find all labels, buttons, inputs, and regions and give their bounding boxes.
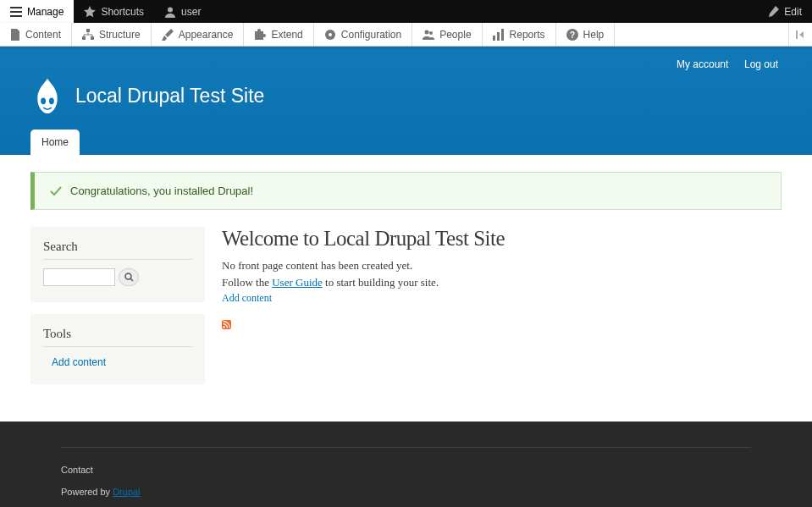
svg-rect-5 <box>82 36 86 40</box>
user-icon <box>164 6 176 18</box>
star-icon <box>84 6 96 18</box>
svg-rect-2 <box>10 15 22 17</box>
page-icon <box>10 29 20 41</box>
people-icon <box>423 29 434 41</box>
shortcuts-label: Shortcuts <box>101 6 144 18</box>
shortcuts-toggle[interactable]: Shortcuts <box>74 0 154 23</box>
collapse-icon <box>796 30 806 39</box>
svg-rect-6 <box>91 36 94 40</box>
help-icon: ? <box>566 29 578 41</box>
svg-point-24 <box>223 326 224 328</box>
search-title: Search <box>43 240 192 260</box>
svg-point-22 <box>125 273 131 279</box>
follow-prefix: Follow the <box>222 276 272 289</box>
svg-point-13 <box>429 31 433 35</box>
svg-rect-19 <box>796 30 798 39</box>
admin-appearance[interactable]: Appearance <box>152 23 245 46</box>
search-block: Search <box>30 227 205 302</box>
powered-by-text: Powered by <box>61 487 113 497</box>
edit-toggle[interactable]: Edit <box>758 0 812 23</box>
hamburger-icon <box>10 7 22 17</box>
drupal-link[interactable]: Drupal <box>113 487 140 497</box>
log-out-link[interactable]: Log out <box>744 58 778 70</box>
status-message: Congratulations, you installed Drupal! <box>30 172 782 210</box>
svg-rect-7 <box>255 31 263 40</box>
follow-suffix: to start building your site. <box>323 276 439 289</box>
svg-rect-1 <box>10 11 22 13</box>
svg-line-23 <box>130 278 133 281</box>
user-toggle[interactable]: user <box>154 0 211 23</box>
add-content-link[interactable]: Add content <box>222 292 272 305</box>
edit-label: Edit <box>784 6 802 18</box>
paintbrush-icon <box>162 29 174 41</box>
search-button[interactable] <box>119 268 139 286</box>
tab-home[interactable]: Home <box>30 130 80 155</box>
search-input[interactable] <box>43 268 115 286</box>
drupal-logo-icon <box>30 77 64 115</box>
svg-rect-14 <box>493 36 495 41</box>
admin-people[interactable]: People <box>412 23 482 46</box>
toolbar-top: Manage Shortcuts user Edit <box>0 0 812 23</box>
structure-icon <box>82 29 94 41</box>
user-label: user <box>181 6 201 18</box>
svg-rect-15 <box>497 32 500 41</box>
site-name: Local Drupal Test Site <box>75 85 264 107</box>
tools-title: Tools <box>43 327 192 347</box>
checkmark-icon <box>50 185 62 197</box>
admin-content[interactable]: Content <box>0 23 72 46</box>
site-header: My account Log out Local Drupal Test Sit… <box>0 47 812 155</box>
no-content-text: No front page content has been created y… <box>222 257 782 274</box>
svg-point-9 <box>262 34 266 37</box>
svg-point-11 <box>329 33 332 36</box>
orientation-toggle[interactable] <box>788 23 812 46</box>
contact-link[interactable]: Contact <box>61 465 93 475</box>
svg-rect-16 <box>501 29 504 41</box>
status-text: Congratulations, you installed Drupal! <box>70 185 253 197</box>
user-guide-link[interactable]: User Guide <box>272 276 323 289</box>
tools-block: Tools Add content <box>30 314 205 384</box>
pencil-icon <box>768 6 779 17</box>
footer: Contact Powered by Drupal <box>0 422 812 507</box>
manage-toggle[interactable]: Manage <box>0 0 74 23</box>
rss-feed-link[interactable] <box>222 319 231 332</box>
admin-structure[interactable]: Structure <box>72 23 152 46</box>
svg-point-21 <box>49 97 54 104</box>
svg-text:?: ? <box>570 30 575 40</box>
admin-configuration[interactable]: Configuration <box>314 23 412 46</box>
my-account-link[interactable]: My account <box>677 58 728 70</box>
svg-rect-4 <box>86 29 90 32</box>
search-icon <box>124 273 134 282</box>
bar-chart-icon <box>493 29 505 41</box>
svg-point-20 <box>41 97 46 104</box>
svg-point-8 <box>257 29 261 32</box>
manage-label: Manage <box>27 6 64 18</box>
admin-help[interactable]: ? Help <box>556 23 616 46</box>
admin-menu: Content Structure Appearance Extend Conf… <box>0 23 812 47</box>
admin-reports[interactable]: Reports <box>483 23 556 46</box>
rss-icon <box>222 320 231 329</box>
puzzle-icon <box>254 29 266 41</box>
admin-extend[interactable]: Extend <box>244 23 313 46</box>
tools-add-content-link[interactable]: Add content <box>43 356 106 368</box>
svg-rect-0 <box>10 7 22 8</box>
site-branding[interactable]: Local Drupal Test Site <box>30 77 264 115</box>
svg-point-12 <box>425 30 429 34</box>
page-title: Welcome to Local Drupal Test Site <box>222 227 782 251</box>
svg-point-3 <box>168 7 173 12</box>
gear-icon <box>324 29 336 41</box>
